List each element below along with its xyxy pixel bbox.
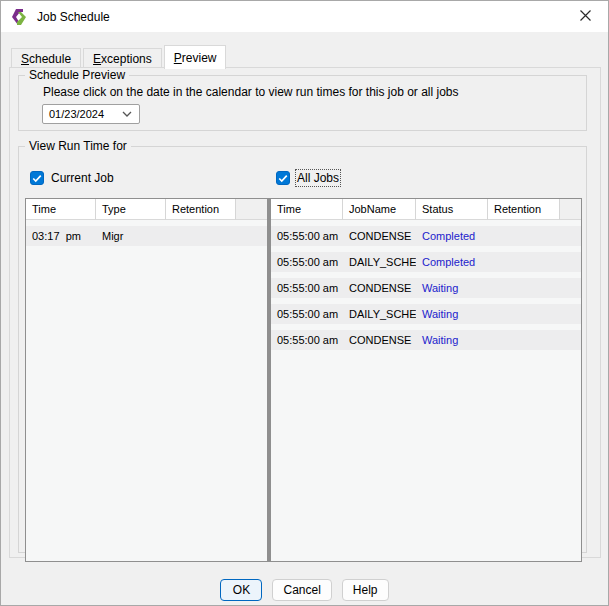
current-job-label: Current Job bbox=[51, 171, 114, 185]
calendar-instruction-text: Please click on the date in the calendar… bbox=[43, 85, 586, 99]
cell-time: 05:55:00 am bbox=[271, 256, 343, 268]
tab-schedule[interactable]: Schedule bbox=[11, 48, 81, 68]
close-icon bbox=[580, 9, 591, 24]
tab-exceptions[interactable]: Exceptions bbox=[83, 48, 162, 68]
column-header-retention[interactable]: Retention bbox=[488, 199, 560, 220]
table-row[interactable]: 05:55:00 amDAILY_SCHEDCompleted bbox=[271, 252, 581, 272]
cell-jobname: CONDENSE bbox=[343, 334, 416, 346]
run-time-tables: TimeTypeRetention03:17 pmMigr TimeJobNam… bbox=[25, 198, 582, 562]
current-job-table: TimeTypeRetention03:17 pmMigr bbox=[26, 199, 267, 561]
view-run-time-group-title: View Run Time for bbox=[25, 139, 131, 153]
job-schedule-dialog: Job Schedule ScheduleExceptionsPreview S… bbox=[0, 0, 609, 606]
date-dropdown-value: 01/23/2024 bbox=[49, 108, 104, 120]
column-header-time[interactable]: Time bbox=[26, 199, 96, 220]
table-row[interactable]: 05:55:00 amCONDENSEWaiting bbox=[271, 278, 581, 298]
cell-status: Completed bbox=[416, 256, 488, 268]
close-button[interactable] bbox=[562, 1, 608, 32]
table-body: 03:17 pmMigr bbox=[26, 220, 267, 561]
schedule-preview-group: Schedule Preview Please click on the dat… bbox=[18, 68, 587, 131]
current-job-checkbox[interactable]: Current Job bbox=[30, 171, 114, 185]
schedule-preview-group-title: Schedule Preview bbox=[25, 68, 129, 82]
column-header-jobname[interactable]: JobName bbox=[343, 199, 416, 220]
dialog-buttons: OK Cancel Help bbox=[1, 579, 608, 601]
all-jobs-checkbox[interactable]: All Jobs bbox=[276, 171, 339, 185]
cell-time: 05:55:00 am bbox=[271, 308, 343, 320]
table-row[interactable]: 05:55:00 amDAILY_SCHEDWaiting bbox=[271, 304, 581, 324]
cell-status: Waiting bbox=[416, 282, 488, 294]
column-header-status[interactable]: Status bbox=[416, 199, 488, 220]
ok-button[interactable]: OK bbox=[220, 579, 262, 601]
cell-status: Waiting bbox=[416, 334, 488, 346]
cell-jobname: CONDENSE bbox=[343, 230, 416, 242]
view-run-time-group: View Run Time for Current Job bbox=[18, 139, 587, 553]
tab-strip: ScheduleExceptionsPreview bbox=[11, 45, 228, 68]
column-header-filler bbox=[560, 199, 581, 220]
table-row[interactable]: 05:55:00 amCONDENSEWaiting bbox=[271, 330, 581, 350]
checkbox-row: Current Job All Jobs bbox=[19, 171, 586, 189]
cell-time: 05:55:00 am bbox=[271, 282, 343, 294]
titlebar: Job Schedule bbox=[1, 1, 608, 32]
column-header-retention[interactable]: Retention bbox=[166, 199, 236, 220]
cell-time: 05:55:00 am bbox=[271, 334, 343, 346]
column-header-type[interactable]: Type bbox=[96, 199, 166, 220]
all-jobs-table: TimeJobNameStatusRetention05:55:00 amCON… bbox=[271, 199, 581, 561]
cell-status: Completed bbox=[416, 230, 488, 242]
table-body: 05:55:00 amCONDENSECompleted05:55:00 amD… bbox=[271, 220, 581, 561]
tab-preview[interactable]: Preview bbox=[164, 45, 227, 69]
column-header-time[interactable]: Time bbox=[271, 199, 343, 220]
cell-time: 03:17 pm bbox=[26, 230, 96, 242]
cell-type: Migr bbox=[96, 230, 166, 242]
checkbox-checked-icon bbox=[276, 171, 290, 185]
cell-status: Waiting bbox=[416, 308, 488, 320]
tab-content-pane: Schedule Preview Please click on the dat… bbox=[9, 67, 601, 558]
cell-jobname: DAILY_SCHED bbox=[343, 256, 416, 268]
chevron-down-icon bbox=[122, 111, 132, 117]
date-dropdown[interactable]: 01/23/2024 bbox=[42, 104, 140, 124]
cell-time: 05:55:00 am bbox=[271, 230, 343, 242]
column-header-filler bbox=[236, 199, 267, 220]
help-button[interactable]: Help bbox=[342, 579, 389, 601]
window-title: Job Schedule bbox=[37, 10, 110, 24]
cancel-button[interactable]: Cancel bbox=[272, 579, 331, 601]
cell-jobname: DAILY_SCHED bbox=[343, 308, 416, 320]
cell-jobname: CONDENSE bbox=[343, 282, 416, 294]
app-logo-icon bbox=[10, 8, 28, 26]
all-jobs-label: All Jobs bbox=[297, 171, 339, 185]
checkbox-checked-icon bbox=[30, 171, 44, 185]
table-row[interactable]: 03:17 pmMigr bbox=[26, 226, 267, 246]
table-row[interactable]: 05:55:00 amCONDENSECompleted bbox=[271, 226, 581, 246]
